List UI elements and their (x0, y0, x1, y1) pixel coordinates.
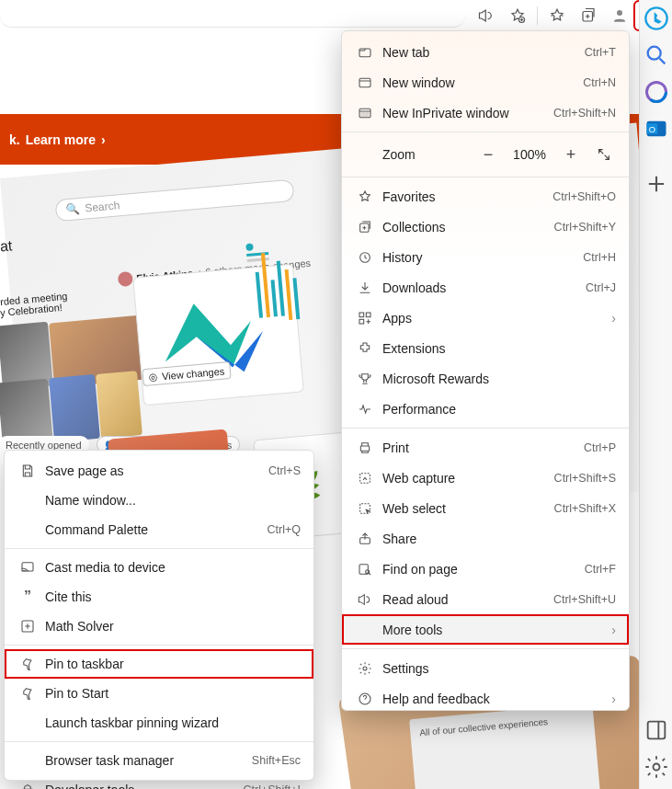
label: Settings (382, 661, 616, 676)
more-tools-submenu: Save page as Ctrl+S Name window... Comma… (4, 450, 314, 781)
menu-new-tab[interactable]: New tab Ctrl+T (342, 37, 629, 67)
view-changes-label: View changes (162, 365, 225, 382)
share-icon (355, 532, 375, 546)
shortcut: Ctrl+J (586, 281, 616, 294)
svg-rect-24 (366, 313, 370, 317)
menu-rewards[interactable]: Microsoft Rewards (342, 363, 629, 394)
outlook-icon[interactable]: O (644, 116, 669, 142)
label: Launch taskbar pinning wizard (17, 715, 301, 730)
history-icon (355, 250, 375, 265)
svg-rect-18 (359, 78, 370, 86)
profile-icon[interactable] (604, 2, 635, 29)
shortcut: Ctrl+P (584, 441, 616, 454)
address-bar[interactable] (0, 4, 465, 28)
menu-settings[interactable]: Settings (342, 653, 629, 683)
svg-rect-20 (361, 112, 369, 116)
math-icon (17, 619, 38, 634)
sub-name-window[interactable]: Name window... (5, 486, 313, 515)
shortcut: Ctrl+Shift+X (554, 502, 616, 515)
help-icon (355, 692, 375, 706)
zoom-out-button[interactable]: − (476, 143, 500, 166)
shortcut: Ctrl+S (268, 464, 301, 477)
sub-pin-start[interactable]: Pin to Start (5, 679, 313, 708)
label: Print (382, 440, 584, 455)
svg-rect-23 (359, 313, 364, 317)
menu-web-capture[interactable]: Web capture Ctrl+Shift+S (342, 463, 629, 493)
menu-web-select[interactable]: Web select Ctrl+Shift+X (342, 493, 629, 523)
sub-cite[interactable]: ” Cite this (5, 582, 313, 612)
zoom-value: 100% (509, 147, 550, 162)
apps-icon (355, 311, 375, 326)
menu-collections[interactable]: Collections Ctrl+Shift+Y (342, 212, 629, 242)
sub-save-page-as[interactable]: Save page as Ctrl+S (5, 456, 313, 486)
svg-point-9 (647, 47, 660, 60)
favorites-icon[interactable] (541, 2, 573, 29)
shortcut: Ctrl+Shift+Y (554, 221, 616, 234)
menu-help[interactable]: Help and feedback › (342, 683, 629, 711)
sub-launch-pin-wizard[interactable]: Launch taskbar pinning wizard (5, 708, 313, 738)
label: Math Solver (45, 619, 301, 634)
select-icon (355, 501, 375, 516)
menu-new-window[interactable]: New window Ctrl+N (342, 67, 629, 97)
zoom-in-button[interactable]: + (559, 143, 583, 166)
collections-icon[interactable] (573, 2, 604, 29)
menu-downloads[interactable]: Downloads Ctrl+J (342, 272, 629, 303)
gear-icon (355, 661, 375, 676)
menu-new-inprivate[interactable]: New InPrivate window Ctrl+Shift+N (342, 97, 629, 128)
menu-favorites[interactable]: Favorites Ctrl+Shift+O (342, 181, 629, 212)
add-favorite-icon[interactable] (502, 2, 533, 29)
learn-more-link[interactable]: Learn more (26, 132, 96, 147)
search-icon: 🔍 (65, 202, 80, 216)
bg-photo (49, 374, 100, 442)
apps-panel-icon[interactable] (644, 717, 669, 743)
read-aloud-icon (355, 592, 375, 607)
devtools-icon (17, 783, 38, 789)
menu-performance[interactable]: Performance (342, 394, 629, 424)
copilot-icon[interactable] (644, 79, 669, 105)
shortcut: Ctrl+Shift+I (243, 783, 301, 789)
banner-prefix: k. (9, 132, 20, 147)
trophy-icon (355, 372, 375, 386)
menu-history[interactable]: History Ctrl+H (342, 242, 629, 272)
label: Read aloud (382, 592, 553, 607)
add-icon[interactable] (644, 171, 669, 197)
sub-command-palette[interactable]: Command Palette Ctrl+Q (5, 515, 313, 544)
chevron-right-icon: › (611, 623, 616, 637)
menu-print[interactable]: Print Ctrl+P (342, 432, 629, 463)
sub-math[interactable]: Math Solver (5, 612, 313, 641)
shortcut: Ctrl+Shift+N (553, 107, 616, 120)
sub-dev-tools[interactable]: Developer tools Ctrl+Shift+I (5, 775, 313, 789)
menu-more-tools[interactable]: More tools › (342, 614, 629, 645)
settings-and-more-menu: New tab Ctrl+T New window Ctrl+N New InP… (341, 30, 630, 711)
cast-icon (17, 560, 38, 575)
label: Help and feedback (382, 692, 611, 706)
search-icon[interactable] (644, 42, 669, 68)
bing-icon[interactable] (644, 6, 669, 31)
heartbeat-icon (355, 402, 375, 417)
menu-extensions[interactable]: Extensions (342, 333, 629, 363)
right-sidebar: O (639, 0, 672, 789)
sub-pin-taskbar[interactable]: Pin to taskbar (5, 649, 313, 679)
shortcut: Ctrl+Q (268, 523, 301, 536)
menu-find[interactable]: Find on page Ctrl+F (342, 554, 629, 584)
extensions-icon (355, 341, 375, 356)
label: Share (382, 532, 616, 546)
label: Command Palette (17, 522, 268, 537)
label: Web capture (382, 471, 554, 486)
download-icon (355, 280, 375, 295)
label: Browser task manager (17, 753, 252, 768)
fullscreen-button[interactable] (592, 143, 616, 166)
bg-chat-heading: at (0, 237, 13, 255)
label: Web select (382, 501, 554, 516)
svg-rect-25 (359, 319, 364, 324)
sub-cast[interactable]: Cast media to device (5, 553, 313, 582)
svg-text:O: O (648, 125, 655, 134)
menu-read-aloud[interactable]: Read aloud Ctrl+Shift+U (342, 584, 629, 614)
read-aloud-icon[interactable] (471, 2, 502, 29)
settings-icon[interactable] (644, 754, 669, 780)
menu-share[interactable]: Share (342, 523, 629, 554)
menu-apps[interactable]: Apps › (342, 303, 629, 333)
sub-task-manager[interactable]: Browser task manager Shift+Esc (5, 746, 313, 775)
label: New InPrivate window (382, 106, 553, 120)
capture-icon (355, 471, 375, 486)
